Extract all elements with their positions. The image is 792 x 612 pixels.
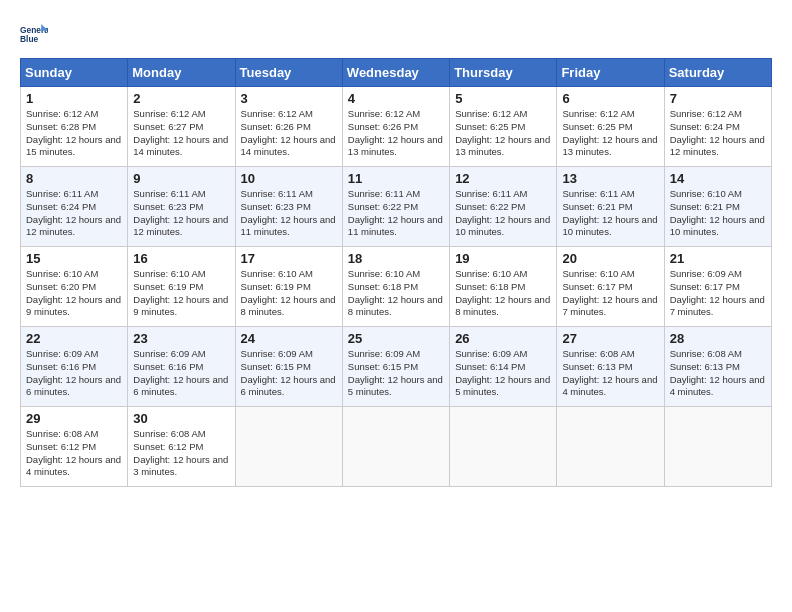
calendar-cell: 21Sunrise: 6:09 AM Sunset: 6:17 PM Dayli… [664, 247, 771, 327]
calendar-cell: 29Sunrise: 6:08 AM Sunset: 6:12 PM Dayli… [21, 407, 128, 487]
calendar-cell [557, 407, 664, 487]
calendar-cell: 18Sunrise: 6:10 AM Sunset: 6:18 PM Dayli… [342, 247, 449, 327]
day-number: 2 [133, 91, 229, 106]
cell-info: Sunrise: 6:11 AM Sunset: 6:22 PM Dayligh… [455, 188, 551, 239]
calendar-cell: 5Sunrise: 6:12 AM Sunset: 6:25 PM Daylig… [450, 87, 557, 167]
cell-info: Sunrise: 6:11 AM Sunset: 6:24 PM Dayligh… [26, 188, 122, 239]
cell-info: Sunrise: 6:11 AM Sunset: 6:21 PM Dayligh… [562, 188, 658, 239]
day-number: 30 [133, 411, 229, 426]
day-number: 4 [348, 91, 444, 106]
cell-info: Sunrise: 6:09 AM Sunset: 6:16 PM Dayligh… [26, 348, 122, 399]
calendar-week-row: 1Sunrise: 6:12 AM Sunset: 6:28 PM Daylig… [21, 87, 772, 167]
calendar-header-row: SundayMondayTuesdayWednesdayThursdayFrid… [21, 59, 772, 87]
cell-info: Sunrise: 6:11 AM Sunset: 6:22 PM Dayligh… [348, 188, 444, 239]
cell-info: Sunrise: 6:08 AM Sunset: 6:12 PM Dayligh… [133, 428, 229, 479]
day-number: 18 [348, 251, 444, 266]
cell-info: Sunrise: 6:10 AM Sunset: 6:20 PM Dayligh… [26, 268, 122, 319]
logo: GeneralBlue [20, 20, 52, 48]
day-header-friday: Friday [557, 59, 664, 87]
day-number: 11 [348, 171, 444, 186]
day-number: 29 [26, 411, 122, 426]
day-number: 16 [133, 251, 229, 266]
cell-info: Sunrise: 6:12 AM Sunset: 6:28 PM Dayligh… [26, 108, 122, 159]
cell-info: Sunrise: 6:10 AM Sunset: 6:21 PM Dayligh… [670, 188, 766, 239]
cell-info: Sunrise: 6:08 AM Sunset: 6:12 PM Dayligh… [26, 428, 122, 479]
cell-info: Sunrise: 6:11 AM Sunset: 6:23 PM Dayligh… [241, 188, 337, 239]
day-number: 12 [455, 171, 551, 186]
calendar-cell: 23Sunrise: 6:09 AM Sunset: 6:16 PM Dayli… [128, 327, 235, 407]
day-header-thursday: Thursday [450, 59, 557, 87]
day-number: 14 [670, 171, 766, 186]
day-number: 24 [241, 331, 337, 346]
calendar-cell: 10Sunrise: 6:11 AM Sunset: 6:23 PM Dayli… [235, 167, 342, 247]
calendar-cell: 19Sunrise: 6:10 AM Sunset: 6:18 PM Dayli… [450, 247, 557, 327]
day-number: 27 [562, 331, 658, 346]
calendar-cell: 1Sunrise: 6:12 AM Sunset: 6:28 PM Daylig… [21, 87, 128, 167]
calendar-cell: 25Sunrise: 6:09 AM Sunset: 6:15 PM Dayli… [342, 327, 449, 407]
calendar-cell: 28Sunrise: 6:08 AM Sunset: 6:13 PM Dayli… [664, 327, 771, 407]
day-number: 17 [241, 251, 337, 266]
day-header-sunday: Sunday [21, 59, 128, 87]
day-number: 26 [455, 331, 551, 346]
calendar-cell: 20Sunrise: 6:10 AM Sunset: 6:17 PM Dayli… [557, 247, 664, 327]
calendar-cell: 9Sunrise: 6:11 AM Sunset: 6:23 PM Daylig… [128, 167, 235, 247]
day-number: 8 [26, 171, 122, 186]
calendar-table: SundayMondayTuesdayWednesdayThursdayFrid… [20, 58, 772, 487]
day-number: 25 [348, 331, 444, 346]
calendar-week-row: 29Sunrise: 6:08 AM Sunset: 6:12 PM Dayli… [21, 407, 772, 487]
cell-info: Sunrise: 6:10 AM Sunset: 6:18 PM Dayligh… [455, 268, 551, 319]
day-number: 1 [26, 91, 122, 106]
calendar-cell: 4Sunrise: 6:12 AM Sunset: 6:26 PM Daylig… [342, 87, 449, 167]
calendar-week-row: 22Sunrise: 6:09 AM Sunset: 6:16 PM Dayli… [21, 327, 772, 407]
calendar-cell [664, 407, 771, 487]
calendar-cell: 8Sunrise: 6:11 AM Sunset: 6:24 PM Daylig… [21, 167, 128, 247]
cell-info: Sunrise: 6:12 AM Sunset: 6:25 PM Dayligh… [455, 108, 551, 159]
day-number: 20 [562, 251, 658, 266]
day-number: 23 [133, 331, 229, 346]
svg-text:Blue: Blue [20, 34, 38, 44]
calendar-cell [235, 407, 342, 487]
cell-info: Sunrise: 6:09 AM Sunset: 6:15 PM Dayligh… [241, 348, 337, 399]
calendar-cell [342, 407, 449, 487]
calendar-cell: 13Sunrise: 6:11 AM Sunset: 6:21 PM Dayli… [557, 167, 664, 247]
calendar-cell: 11Sunrise: 6:11 AM Sunset: 6:22 PM Dayli… [342, 167, 449, 247]
header: GeneralBlue [20, 20, 772, 48]
calendar-cell: 27Sunrise: 6:08 AM Sunset: 6:13 PM Dayli… [557, 327, 664, 407]
calendar-week-row: 8Sunrise: 6:11 AM Sunset: 6:24 PM Daylig… [21, 167, 772, 247]
day-header-monday: Monday [128, 59, 235, 87]
day-number: 21 [670, 251, 766, 266]
day-number: 15 [26, 251, 122, 266]
calendar-cell: 14Sunrise: 6:10 AM Sunset: 6:21 PM Dayli… [664, 167, 771, 247]
calendar-cell: 12Sunrise: 6:11 AM Sunset: 6:22 PM Dayli… [450, 167, 557, 247]
day-header-saturday: Saturday [664, 59, 771, 87]
cell-info: Sunrise: 6:10 AM Sunset: 6:19 PM Dayligh… [241, 268, 337, 319]
calendar-cell: 26Sunrise: 6:09 AM Sunset: 6:14 PM Dayli… [450, 327, 557, 407]
cell-info: Sunrise: 6:12 AM Sunset: 6:27 PM Dayligh… [133, 108, 229, 159]
cell-info: Sunrise: 6:11 AM Sunset: 6:23 PM Dayligh… [133, 188, 229, 239]
day-number: 5 [455, 91, 551, 106]
day-number: 22 [26, 331, 122, 346]
cell-info: Sunrise: 6:12 AM Sunset: 6:26 PM Dayligh… [241, 108, 337, 159]
day-number: 28 [670, 331, 766, 346]
day-number: 10 [241, 171, 337, 186]
cell-info: Sunrise: 6:09 AM Sunset: 6:15 PM Dayligh… [348, 348, 444, 399]
day-number: 13 [562, 171, 658, 186]
calendar-cell: 7Sunrise: 6:12 AM Sunset: 6:24 PM Daylig… [664, 87, 771, 167]
calendar-cell: 24Sunrise: 6:09 AM Sunset: 6:15 PM Dayli… [235, 327, 342, 407]
day-number: 7 [670, 91, 766, 106]
cell-info: Sunrise: 6:12 AM Sunset: 6:25 PM Dayligh… [562, 108, 658, 159]
calendar-week-row: 15Sunrise: 6:10 AM Sunset: 6:20 PM Dayli… [21, 247, 772, 327]
calendar-cell: 15Sunrise: 6:10 AM Sunset: 6:20 PM Dayli… [21, 247, 128, 327]
cell-info: Sunrise: 6:08 AM Sunset: 6:13 PM Dayligh… [670, 348, 766, 399]
cell-info: Sunrise: 6:09 AM Sunset: 6:14 PM Dayligh… [455, 348, 551, 399]
cell-info: Sunrise: 6:10 AM Sunset: 6:18 PM Dayligh… [348, 268, 444, 319]
calendar-cell: 17Sunrise: 6:10 AM Sunset: 6:19 PM Dayli… [235, 247, 342, 327]
calendar-cell: 16Sunrise: 6:10 AM Sunset: 6:19 PM Dayli… [128, 247, 235, 327]
cell-info: Sunrise: 6:08 AM Sunset: 6:13 PM Dayligh… [562, 348, 658, 399]
cell-info: Sunrise: 6:12 AM Sunset: 6:24 PM Dayligh… [670, 108, 766, 159]
day-header-wednesday: Wednesday [342, 59, 449, 87]
cell-info: Sunrise: 6:12 AM Sunset: 6:26 PM Dayligh… [348, 108, 444, 159]
calendar-cell: 6Sunrise: 6:12 AM Sunset: 6:25 PM Daylig… [557, 87, 664, 167]
cell-info: Sunrise: 6:09 AM Sunset: 6:17 PM Dayligh… [670, 268, 766, 319]
day-header-tuesday: Tuesday [235, 59, 342, 87]
